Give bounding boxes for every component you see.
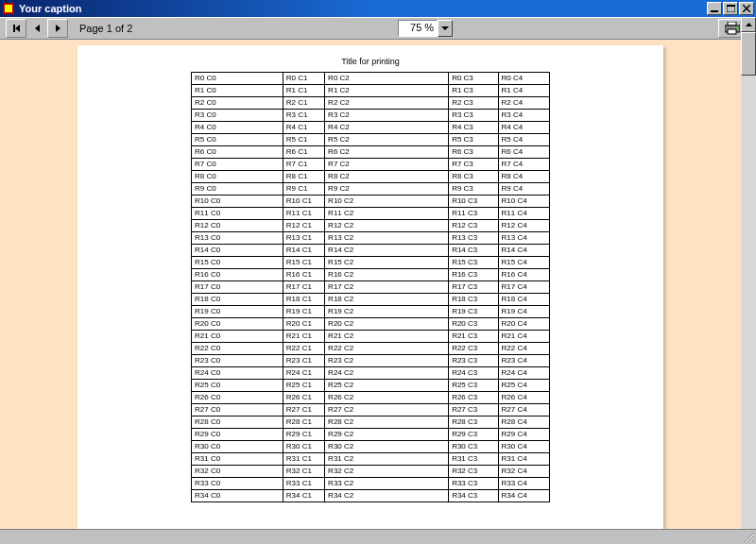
table-cell: R19 C4 — [498, 306, 549, 318]
table-cell: R28 C1 — [283, 416, 324, 429]
vertical-scrollbar[interactable] — [741, 17, 756, 544]
table-cell: R13 C0 — [192, 232, 284, 245]
table-cell: R23 C4 — [498, 355, 549, 367]
table-row: R14 C0R14 C1R14 C2R14 C3R14 C4 — [192, 245, 550, 257]
zoom-dropdown-button[interactable] — [438, 20, 453, 37]
table-cell: R30 C3 — [449, 441, 498, 453]
table-cell: R32 C2 — [325, 466, 449, 478]
table-row: R25 C0R25 C1R25 C2R25 C3R25 C4 — [192, 380, 550, 392]
table-cell: R21 C0 — [192, 331, 284, 343]
table-cell: R28 C2 — [325, 416, 449, 429]
table-cell: R9 C2 — [325, 183, 449, 196]
table-cell: R20 C4 — [498, 318, 549, 331]
table-cell: R8 C2 — [325, 171, 449, 183]
minimize-button[interactable] — [707, 2, 722, 15]
scroll-up-button[interactable] — [741, 17, 756, 32]
table-cell: R29 C1 — [283, 429, 324, 441]
table-cell: R21 C3 — [449, 331, 498, 343]
zoom-value[interactable]: 75 % — [398, 20, 438, 37]
table-row: R0 C0R0 C1R0 C2R0 C3R0 C4 — [192, 73, 550, 85]
table-cell: R3 C1 — [283, 110, 324, 122]
table-cell: R27 C1 — [283, 404, 324, 416]
table-cell: R18 C4 — [498, 294, 549, 306]
table-cell: R11 C2 — [325, 208, 449, 220]
svg-rect-7 — [728, 22, 736, 26]
table-cell: R15 C3 — [449, 257, 498, 269]
table-cell: R20 C2 — [325, 318, 449, 331]
table-cell: R29 C0 — [192, 429, 284, 441]
table-row: R11 C0R11 C1R11 C2R11 C3R11 C4 — [192, 208, 550, 220]
table-cell: R34 C3 — [449, 490, 498, 502]
table-cell: R9 C0 — [192, 183, 284, 196]
table-cell: R22 C4 — [498, 343, 549, 355]
table-cell: R13 C4 — [498, 232, 549, 245]
table-cell: R7 C3 — [449, 159, 498, 171]
table-cell: R1 C3 — [449, 85, 498, 97]
resize-grip[interactable] — [743, 531, 754, 542]
table-cell: R17 C3 — [449, 281, 498, 294]
table-cell: R8 C3 — [449, 171, 498, 183]
table-cell: R28 C3 — [449, 416, 498, 429]
table-cell: R0 C0 — [192, 73, 284, 85]
data-table: R0 C0R0 C1R0 C2R0 C3R0 C4R1 C0R1 C1R1 C2… — [191, 72, 550, 502]
table-cell: R16 C4 — [498, 269, 549, 281]
table-cell: R31 C3 — [449, 453, 498, 466]
table-cell: R25 C0 — [192, 380, 284, 392]
app-icon — [2, 2, 15, 15]
next-page-button[interactable] — [47, 19, 68, 38]
report-page: Title for printing R0 C0R0 C1R0 C2R0 C3R… — [77, 45, 663, 529]
table-cell: R10 C0 — [192, 196, 284, 208]
table-cell: R26 C2 — [325, 392, 449, 404]
table-cell: R6 C1 — [283, 146, 324, 159]
table-cell: R7 C0 — [192, 159, 284, 171]
table-cell: R5 C2 — [325, 134, 449, 146]
prev-page-button[interactable] — [26, 19, 47, 38]
table-cell: R7 C1 — [283, 159, 324, 171]
table-cell: R14 C2 — [325, 245, 449, 257]
table-cell: R28 C0 — [192, 416, 284, 429]
table-cell: R33 C4 — [498, 478, 549, 490]
table-row: R2 C0R2 C1R2 C2R2 C3R2 C4 — [192, 97, 550, 110]
table-cell: R12 C0 — [192, 220, 284, 232]
table-cell: R17 C4 — [498, 281, 549, 294]
maximize-button[interactable] — [723, 2, 738, 15]
table-cell: R3 C3 — [449, 110, 498, 122]
window-titlebar: Your caption — [0, 0, 756, 17]
table-cell: R4 C4 — [498, 122, 549, 134]
zoom-select[interactable]: 75 % — [398, 20, 453, 37]
table-cell: R11 C0 — [192, 208, 284, 220]
table-cell: R27 C2 — [325, 404, 449, 416]
table-cell: R22 C0 — [192, 343, 284, 355]
table-cell: R1 C2 — [325, 85, 449, 97]
scroll-thumb[interactable] — [741, 32, 756, 76]
table-cell: R20 C1 — [283, 318, 324, 331]
table-cell: R26 C4 — [498, 392, 549, 404]
report-title: Title for printing — [77, 45, 663, 72]
table-cell: R20 C3 — [449, 318, 498, 331]
table-cell: R8 C4 — [498, 171, 549, 183]
table-row: R7 C0R7 C1R7 C2R7 C3R7 C4 — [192, 159, 550, 171]
table-cell: R9 C4 — [498, 183, 549, 196]
table-row: R5 C0R5 C1R5 C2R5 C3R5 C4 — [192, 134, 550, 146]
table-cell: R16 C0 — [192, 269, 284, 281]
close-button[interactable] — [739, 2, 754, 15]
table-cell: R14 C0 — [192, 245, 284, 257]
svg-rect-4 — [727, 5, 735, 7]
svg-point-10 — [736, 26, 738, 28]
scroll-track[interactable] — [741, 32, 756, 529]
table-cell: R0 C1 — [283, 73, 324, 85]
table-cell: R2 C4 — [498, 97, 549, 110]
table-row: R13 C0R13 C1R13 C2R13 C3R13 C4 — [192, 232, 550, 245]
table-cell: R11 C1 — [283, 208, 324, 220]
table-cell: R12 C3 — [449, 220, 498, 232]
table-cell: R5 C4 — [498, 134, 549, 146]
table-row: R9 C0R9 C1R9 C2R9 C3R9 C4 — [192, 183, 550, 196]
table-cell: R30 C2 — [325, 441, 449, 453]
table-cell: R22 C1 — [283, 343, 324, 355]
table-row: R12 C0R12 C1R12 C2R12 C3R12 C4 — [192, 220, 550, 232]
table-cell: R18 C2 — [325, 294, 449, 306]
table-cell: R11 C3 — [449, 208, 498, 220]
page-indicator: Page 1 of 2 — [79, 23, 132, 34]
first-page-button[interactable] — [6, 19, 26, 38]
table-cell: R31 C4 — [498, 453, 549, 466]
